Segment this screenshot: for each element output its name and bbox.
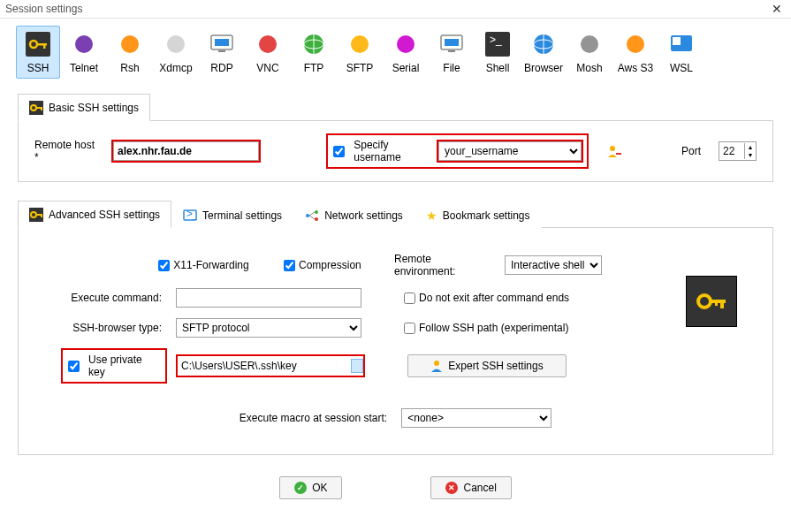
tab-label: Basic SSH settings [49,102,139,114]
svg-point-15 [397,35,415,53]
advanced-panel: X11-Forwarding Compression Remote enviro… [18,228,773,455]
session-type-label: FTP [294,62,333,74]
svg-rect-27 [673,37,681,45]
remote-env-label: Remote environment: [394,253,491,277]
svg-point-6 [167,35,185,53]
do-not-exit-checkbox[interactable] [404,293,415,304]
network-icon [305,209,319,223]
cancel-icon: ✕ [445,482,458,494]
check-icon: ✓ [294,482,307,494]
port-up-icon[interactable]: ▲ [745,143,756,151]
session-big-key-icon [686,276,737,327]
svg-rect-3 [43,43,46,49]
ok-button[interactable]: ✓ OK [279,476,342,499]
svg-rect-8 [215,39,229,46]
browse-file-icon[interactable] [351,359,363,373]
aws-s3-icon [616,30,655,58]
serial-icon [386,30,425,58]
basic-tabset: Basic SSH settings [18,93,773,121]
x11-checkbox[interactable] [158,260,170,271]
browser-icon [524,30,563,58]
svg-rect-9 [218,50,225,52]
session-type-label: RDP [202,62,241,74]
remote-env-select[interactable]: Interactive shell [505,255,602,275]
session-type-label: Mosh [570,62,609,74]
svg-text:>_: >_ [490,34,502,46]
rsh-icon [110,30,149,58]
session-type-serial[interactable]: Serial [384,26,428,79]
session-type-rdp[interactable]: RDP [200,26,244,79]
session-type-label: SSH [19,62,57,74]
session-type-toolbar: SSHTelnetRshXdmcpRDPVNCFTPSFTPSerialFile… [0,19,791,79]
svg-point-24 [581,35,598,53]
tab-bookmark-settings[interactable]: ★ Bookmark settings [415,201,542,228]
session-type-aws-s3[interactable]: Aws S3 [613,26,658,79]
session-type-sftp[interactable]: SFTP [338,26,382,79]
port-input[interactable] [719,143,744,159]
svg-rect-33 [616,153,621,155]
session-type-file[interactable]: File [430,26,474,79]
session-type-xdmcp[interactable]: Xdmcp [154,26,198,79]
close-icon[interactable]: ✕ [768,2,786,16]
svg-point-49 [434,361,439,366]
session-type-label: VNC [248,62,287,74]
compression-group: Compression [284,259,380,271]
session-type-mosh[interactable]: Mosh [567,26,612,79]
advanced-tabset: Advanced SSH settings >_ Terminal settin… [18,200,773,228]
vnc-icon [248,30,287,58]
follow-ssh-checkbox[interactable] [404,323,415,334]
session-type-label: File [432,62,471,74]
star-icon: ★ [426,209,437,223]
session-type-shell[interactable]: >_Shell [475,26,520,79]
session-type-telnet[interactable]: Telnet [62,26,106,79]
specify-username-group: Specify username your_username [326,133,588,169]
compression-checkbox[interactable] [284,260,295,271]
cancel-button[interactable]: ✕ Cancel [430,476,511,499]
session-type-wsl[interactable]: WSL [659,26,704,79]
session-type-label: WSL [662,62,701,74]
do-not-exit-label: Do not exit after command ends [419,292,569,304]
xdmcp-icon [156,30,195,58]
username-input[interactable]: your_username [438,141,582,161]
session-type-ssh[interactable]: SSH [16,26,60,79]
svg-point-32 [610,146,615,151]
execute-command-input[interactable] [176,288,361,308]
specify-username-checkbox[interactable] [333,146,345,157]
session-type-label: SFTP [340,62,379,74]
ftp-icon [294,30,333,58]
private-key-path-input[interactable] [178,356,346,376]
tab-label: Bookmark settings [443,209,530,222]
person-icon [430,360,443,372]
ssh-browser-select[interactable]: SFTP protocol [176,318,361,338]
svg-rect-47 [720,300,724,308]
ok-label: OK [312,482,327,494]
port-spinner[interactable]: ▲ ▼ [719,141,757,161]
svg-line-44 [309,216,315,219]
svg-point-4 [75,35,93,53]
tab-terminal-settings[interactable]: >_ Terminal settings [171,201,293,228]
session-type-ftp[interactable]: FTP [292,26,336,79]
port-down-icon[interactable]: ▼ [745,151,756,159]
use-private-key-checkbox[interactable] [68,361,80,372]
remote-host-label: Remote host * [34,139,95,163]
remote-host-input[interactable] [113,141,259,161]
session-type-browser[interactable]: Browser [521,26,566,79]
basic-panel: Remote host * Specify username your_user… [18,121,773,182]
macro-select[interactable]: <none> [401,408,551,428]
ssh-browser-label: SSH-browser type: [54,322,162,334]
tab-advanced-ssh[interactable]: Advanced SSH settings [18,201,171,228]
user-icon[interactable] [606,142,622,160]
expert-ssh-button[interactable]: Expert SSH settings [407,354,567,377]
session-type-rsh[interactable]: Rsh [108,26,152,79]
tab-network-settings[interactable]: Network settings [293,201,415,228]
svg-point-5 [121,35,139,53]
session-type-label: Rsh [110,62,149,74]
session-type-vnc[interactable]: VNC [246,26,290,79]
tab-basic-ssh[interactable]: Basic SSH settings [18,94,150,121]
session-type-label: Telnet [65,62,103,74]
follow-ssh-group: Follow SSH path (experimental) [404,322,568,334]
window-title: Session settings [5,3,82,15]
cancel-label: Cancel [463,482,496,494]
svg-rect-17 [445,39,459,46]
basic-section: Basic SSH settings Remote host * Specify… [18,93,773,182]
